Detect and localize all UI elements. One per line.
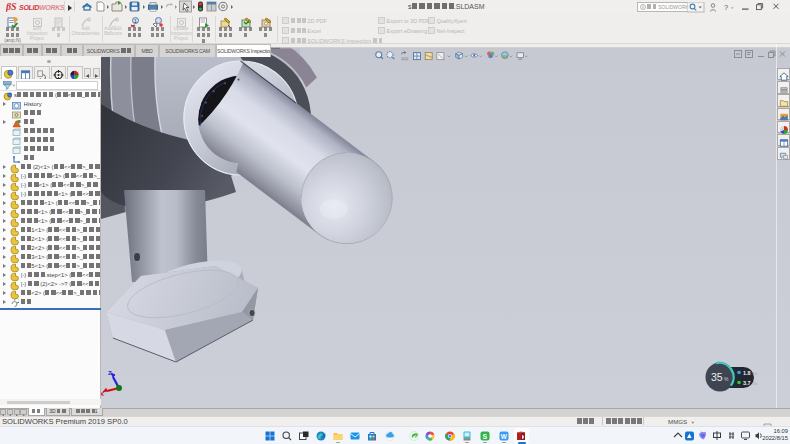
svg-text:?: ? xyxy=(724,3,728,12)
svg-text:1: 1 xyxy=(134,18,137,24)
svg-text:Z: Z xyxy=(108,370,112,376)
svg-text:W: W xyxy=(500,433,507,440)
svg-text:S: S xyxy=(483,433,488,440)
svg-text:1.8: 1.8 xyxy=(743,370,751,376)
svg-text:%: % xyxy=(724,376,729,382)
svg-text:K/s: K/s xyxy=(753,372,758,376)
svg-text:35: 35 xyxy=(711,371,723,383)
svg-text:K/s: K/s xyxy=(753,382,758,386)
svg-text:3.7: 3.7 xyxy=(743,380,751,386)
